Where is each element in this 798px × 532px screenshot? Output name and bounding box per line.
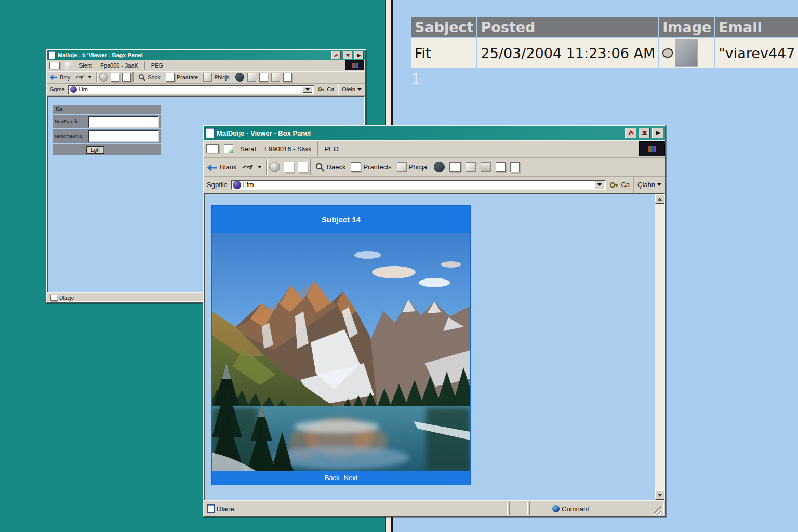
home-icon[interactable] <box>122 73 131 82</box>
favorites-button[interactable]: Praatate <box>163 72 201 82</box>
status-message: Dlane <box>205 502 487 515</box>
minimize-button[interactable] <box>331 51 341 59</box>
globe-icon <box>70 86 77 93</box>
menu-item-favorites[interactable]: Fpa006 - 3aaK <box>96 62 142 69</box>
col-header-email[interactable]: Email <box>715 17 798 37</box>
mountain-lake-photo[interactable] <box>212 233 470 471</box>
print-icon[interactable] <box>247 73 256 82</box>
toolbar-separator <box>266 159 268 175</box>
favorites-button[interactable]: Prantècls <box>348 162 394 172</box>
print-icon[interactable] <box>466 162 476 172</box>
main-addressbar: Sgptlie i fm. Ca Çlahn <box>204 177 665 193</box>
status-segment <box>489 502 508 515</box>
forward-dropdown-caret[interactable] <box>88 76 92 78</box>
scroll-up-button[interactable] <box>655 194 664 204</box>
mail-icon[interactable] <box>434 162 445 172</box>
menu-grip-icon[interactable] <box>47 61 62 70</box>
menu-separator <box>144 61 145 70</box>
stop-icon[interactable] <box>269 162 280 172</box>
maximize-button[interactable] <box>639 128 650 138</box>
history-icon <box>397 162 407 172</box>
toolbar-separator <box>132 72 134 82</box>
status-segment <box>529 502 548 515</box>
menu-item-help[interactable]: PEG <box>147 62 167 69</box>
edit-icon[interactable] <box>481 162 491 172</box>
search-button[interactable]: Sock <box>136 73 163 82</box>
cell-email: "viarev447 <box>715 38 798 68</box>
history-button[interactable]: Phicjs <box>201 72 232 82</box>
stop-icon[interactable] <box>99 73 108 82</box>
address-label: Sgme <box>47 86 68 92</box>
scroll-down-button[interactable] <box>655 490 664 500</box>
password-field[interactable] <box>88 130 159 142</box>
menu-grip-icon[interactable] <box>204 144 221 154</box>
back-link[interactable]: Back <box>325 471 340 485</box>
links-button[interactable]: Çlahn <box>633 177 665 193</box>
forward-dropdown-caret[interactable] <box>258 166 262 168</box>
close-button[interactable] <box>652 128 663 138</box>
window-title: MalDoije - Viewer - Box Panel <box>217 129 623 137</box>
mail-icon[interactable] <box>235 73 244 82</box>
address-input[interactable]: i lm. <box>68 85 315 94</box>
forward-button[interactable] <box>240 163 264 171</box>
forward-arrow-icon <box>242 164 256 170</box>
image-viewer-panel: Subject 14 <box>212 206 470 485</box>
address-dropdown-button[interactable] <box>595 181 604 189</box>
search-button[interactable]: Daeck <box>313 162 349 172</box>
address-input[interactable]: i fm. <box>231 180 607 190</box>
links-button[interactable]: Olein <box>338 84 365 95</box>
resize-grip[interactable] <box>654 502 661 515</box>
mail-send-icon[interactable] <box>449 162 461 172</box>
refresh-icon[interactable] <box>111 73 119 82</box>
username-label: NuwFga-de <box>55 119 87 124</box>
document-status-icon <box>50 295 57 301</box>
refresh-icon[interactable] <box>284 162 294 172</box>
history-button[interactable]: Phicja <box>394 162 430 172</box>
discuss-icon[interactable] <box>271 73 280 82</box>
col-header-image[interactable]: Image <box>659 17 714 37</box>
go-button[interactable]: Ca <box>606 177 633 193</box>
form-row: Nebomaec?C <box>53 129 161 143</box>
menu-item-help[interactable]: PEO <box>320 145 342 153</box>
app-icon <box>48 51 56 59</box>
login-button[interactable]: Lgh <box>86 146 104 154</box>
back-button[interactable]: Brry <box>47 74 73 81</box>
menu-item-view[interactable]: Sient <box>75 62 96 69</box>
form-row: NuwFga-de <box>53 115 161 128</box>
username-field[interactable] <box>88 116 159 128</box>
image-thumbnail[interactable] <box>675 39 698 66</box>
menu-item-view[interactable]: Serat <box>236 145 260 153</box>
edit-icon[interactable] <box>259 73 268 82</box>
history-icon <box>203 73 212 82</box>
messenger-icon[interactable] <box>510 162 520 172</box>
menu-item-favorites[interactable]: F990016 - Slwk <box>260 145 315 153</box>
next-link[interactable]: Next <box>344 471 358 485</box>
vertical-scrollbar[interactable] <box>655 194 664 500</box>
messenger-icon[interactable] <box>283 73 292 82</box>
form-footer: Lgh <box>53 144 161 155</box>
cell-image[interactable] <box>659 38 714 68</box>
cell-subject[interactable]: Fit <box>411 38 476 68</box>
toolbar-separator <box>96 72 98 82</box>
login-form-title: Ga <box>53 105 161 114</box>
address-dropdown-button[interactable] <box>303 86 312 93</box>
maximize-button[interactable] <box>343 51 352 59</box>
forward-button[interactable] <box>73 74 95 81</box>
page-number-link[interactable]: 1 <box>411 71 420 87</box>
close-button[interactable] <box>354 51 364 59</box>
col-header-posted[interactable]: Posted <box>477 17 658 37</box>
search-icon <box>138 74 145 81</box>
menu-edit-icon[interactable] <box>62 61 75 70</box>
back-button[interactable]: Blank <box>204 163 240 171</box>
status-segment <box>509 502 528 515</box>
small-toolbar: Brry Sock Praatate Phicjs <box>47 71 365 84</box>
discuss-icon[interactable] <box>496 162 506 172</box>
col-header-subject[interactable]: Sabject <box>411 17 476 37</box>
minimize-button[interactable] <box>625 128 636 138</box>
internet-zone-icon <box>552 505 560 512</box>
home-icon[interactable] <box>298 162 308 172</box>
small-titlebar[interactable]: Malioje - b 'Viewer - Bagx Panel <box>47 50 365 60</box>
main-titlebar[interactable]: MalDoije - Viewer - Box Panel <box>204 126 665 140</box>
go-button[interactable]: Ca <box>314 84 338 95</box>
menu-edit-icon[interactable] <box>221 144 236 154</box>
